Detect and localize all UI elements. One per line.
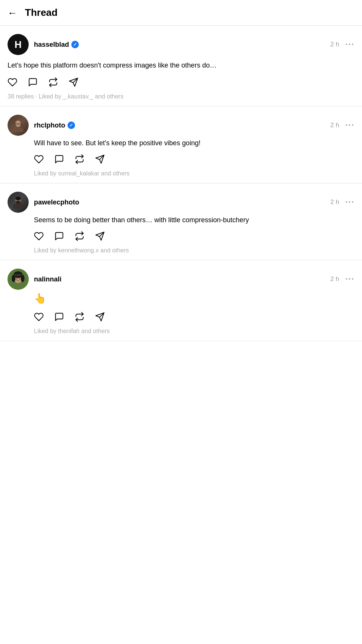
post-3: pawelecphoto 2 h ··· Seems to be doing b… bbox=[0, 183, 362, 260]
comment-button-3[interactable] bbox=[54, 231, 64, 243]
username-rhclphoto[interactable]: rhclphoto bbox=[34, 121, 65, 129]
like-button-1[interactable] bbox=[8, 77, 17, 89]
stats-1: 38 replies · Liked by _.kaustav._ and ot… bbox=[8, 93, 354, 100]
svg-point-12 bbox=[13, 203, 23, 209]
post-meta-4: 2 h ··· bbox=[330, 275, 354, 283]
repost-button-1[interactable] bbox=[48, 77, 58, 89]
post-content-4: 👆 bbox=[34, 291, 354, 306]
svg-point-24 bbox=[19, 278, 20, 280]
avatar-hasselblad[interactable]: H bbox=[8, 34, 29, 55]
post-content-2: Will have to see. But let's keep the pos… bbox=[34, 138, 354, 148]
post-content-1: Let's hope this platform doesn't compres… bbox=[8, 60, 354, 71]
repost-button-2[interactable] bbox=[75, 154, 84, 166]
header: ← Thread bbox=[0, 0, 362, 26]
timestamp-4: 2 h bbox=[330, 275, 339, 283]
send-button-4[interactable] bbox=[95, 312, 105, 323]
svg-point-13 bbox=[15, 197, 21, 200]
stats-3: Liked by kennethwong.x and others bbox=[34, 247, 354, 254]
post-meta-1: 2 h ··· bbox=[330, 40, 354, 49]
send-button-3[interactable] bbox=[95, 231, 105, 243]
avatar-pawelecphoto[interactable] bbox=[8, 192, 29, 213]
verified-badge-hasselblad: ✓ bbox=[71, 41, 79, 48]
stats-4: Liked by thenifah and others bbox=[34, 328, 354, 335]
stats-2: Liked by surreal_kalakar and others bbox=[34, 170, 354, 177]
page-title: Thread bbox=[25, 7, 58, 18]
verified-check-icon-2: ✓ bbox=[69, 123, 73, 128]
like-button-3[interactable] bbox=[34, 231, 44, 243]
post-header-4: nalinnali 2 h ··· bbox=[8, 269, 354, 290]
reply-body-4: 👆 bbox=[8, 291, 354, 335]
post-meta-2: 2 h ··· bbox=[330, 121, 354, 129]
repost-button-4[interactable] bbox=[75, 312, 84, 323]
post-1: H hasselblad ✓ 2 h ··· Let's hope this p… bbox=[0, 26, 362, 106]
timestamp-2: 2 h bbox=[330, 121, 339, 129]
verified-check-icon: ✓ bbox=[73, 42, 77, 47]
back-button[interactable]: ← bbox=[8, 8, 17, 18]
post-4: nalinnali 2 h ··· 👆 bbox=[0, 260, 362, 341]
actions-2 bbox=[34, 154, 354, 166]
comment-button-2[interactable] bbox=[54, 154, 64, 166]
svg-point-22 bbox=[14, 274, 23, 276]
reply-body-2: Will have to see. But let's keep the pos… bbox=[8, 138, 354, 177]
more-options-button-3[interactable]: ··· bbox=[345, 198, 354, 206]
repost-button-3[interactable] bbox=[75, 231, 84, 243]
actions-3 bbox=[34, 231, 354, 243]
verified-badge-rhclphoto: ✓ bbox=[67, 121, 75, 129]
timestamp-3: 2 h bbox=[330, 198, 339, 206]
svg-point-23 bbox=[16, 278, 17, 280]
like-button-2[interactable] bbox=[34, 154, 44, 166]
send-button-1[interactable] bbox=[69, 77, 78, 89]
more-options-button-4[interactable]: ··· bbox=[345, 275, 354, 283]
comment-button-4[interactable] bbox=[54, 312, 64, 323]
svg-point-3 bbox=[13, 127, 23, 132]
timestamp-1: 2 h bbox=[330, 41, 339, 48]
actions-4 bbox=[34, 312, 354, 323]
post-header-2: rhclphoto ✓ 2 h ··· bbox=[8, 115, 354, 136]
reply-body-3: Seems to be doing better than others… wi… bbox=[8, 215, 354, 254]
post-2: rhclphoto ✓ 2 h ··· Will have to see. Bu… bbox=[0, 106, 362, 183]
post-header-1: H hasselblad ✓ 2 h ··· bbox=[8, 34, 354, 55]
svg-point-14 bbox=[16, 201, 20, 204]
more-options-button-1[interactable]: ··· bbox=[345, 40, 354, 49]
avatar-nalinnali[interactable] bbox=[8, 269, 29, 290]
username-pawelecphoto[interactable]: pawelecphoto bbox=[34, 198, 79, 206]
username-nalinnali[interactable]: nalinnali bbox=[34, 275, 61, 283]
post-meta-3: 2 h ··· bbox=[330, 198, 354, 206]
username-hasselblad[interactable]: hasselblad bbox=[34, 41, 69, 49]
actions-1 bbox=[8, 77, 354, 89]
more-options-button-2[interactable]: ··· bbox=[345, 121, 354, 129]
like-button-4[interactable] bbox=[34, 312, 44, 323]
send-button-2[interactable] bbox=[95, 154, 105, 166]
post-header-3: pawelecphoto 2 h ··· bbox=[8, 192, 354, 213]
post-content-3: Seems to be doing better than others… wi… bbox=[34, 215, 354, 225]
avatar-rhclphoto[interactable] bbox=[8, 115, 29, 136]
comment-button-1[interactable] bbox=[28, 77, 38, 89]
